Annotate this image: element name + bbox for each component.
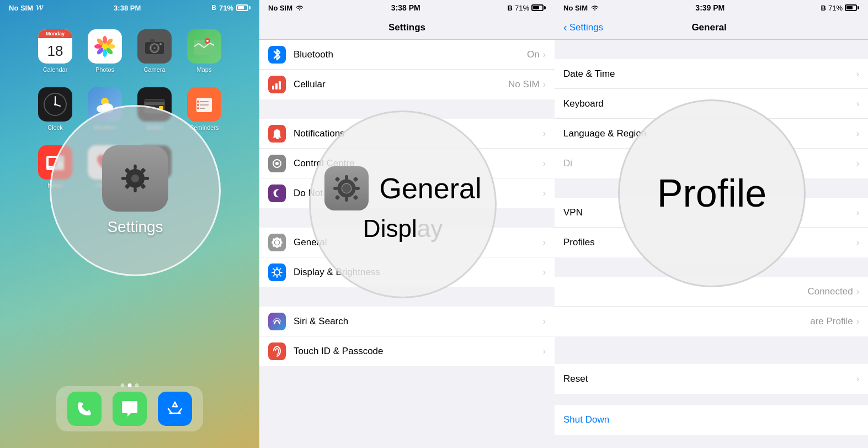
- svg-point-12: [153, 47, 156, 49]
- svg-point-79: [342, 184, 351, 193]
- reset-section2: Reset ›: [555, 364, 868, 394]
- home-dock: [56, 386, 203, 431]
- battery-icon-home: [236, 4, 251, 11]
- moon-icon: [271, 188, 283, 199]
- zoom-gear-svg: [333, 175, 360, 202]
- bluetooth-row[interactable]: Bluetooth On ›: [259, 40, 555, 70]
- settings-status-left: No SIM: [268, 4, 304, 12]
- svg-rect-47: [121, 177, 126, 180]
- svg-rect-82: [345, 197, 348, 202]
- back-chevron-icon: ‹: [563, 21, 567, 34]
- no-sim-label: No SIM: [9, 4, 33, 12]
- app-clock-label: Clock: [47, 124, 63, 131]
- svg-point-70: [274, 270, 280, 275]
- app-photos[interactable]: Photos: [80, 27, 130, 85]
- datetime-chevron: ›: [856, 69, 859, 79]
- general-panel: No SIM 3:39 PM B 71% ‹ Settings General: [555, 0, 868, 448]
- notifications-chevron: ›: [543, 129, 546, 139]
- cellular-label: Cellular: [294, 79, 508, 90]
- dock-messages[interactable]: [113, 392, 147, 426]
- touchid-row-icon: [268, 342, 286, 360]
- settings-status-right: B 71%: [508, 4, 546, 12]
- wifi-icon: [295, 4, 304, 11]
- svg-point-1: [103, 36, 107, 44]
- settings-large-icon: [102, 145, 168, 212]
- zoom-general-row: General: [324, 166, 482, 210]
- cellular-row-icon: [268, 76, 286, 93]
- app-maps-label: Maps: [197, 66, 212, 73]
- general-chevron: ›: [543, 238, 546, 247]
- app-maps[interactable]: Maps: [179, 27, 229, 85]
- cellular-row[interactable]: Cellular No SIM ›: [259, 70, 555, 99]
- controlcentre-chevron: ›: [543, 159, 546, 168]
- svg-point-59: [275, 162, 279, 165]
- svg-rect-26: [145, 102, 164, 105]
- gen-sep3: [555, 336, 868, 364]
- general-status-left: No SIM: [563, 4, 599, 12]
- status-right: B 71%: [211, 4, 251, 12]
- svg-point-54: [131, 175, 139, 182]
- svg-rect-45: [134, 165, 136, 170]
- svg-point-32: [197, 101, 199, 103]
- settings-battery-pct: 71%: [515, 4, 529, 12]
- shutdown-section: Shut Down: [555, 405, 868, 435]
- siri-row[interactable]: Siri & Search ›: [259, 307, 555, 336]
- svg-rect-85: [334, 177, 340, 182]
- svg-rect-55: [272, 86, 274, 89]
- software-profile-row[interactable]: are Profile ›: [555, 307, 868, 336]
- datetime-label: Date & Time: [563, 68, 856, 80]
- reset-row[interactable]: Reset ›: [555, 364, 868, 394]
- svg-rect-83: [333, 187, 338, 190]
- back-button[interactable]: ‹ Settings: [563, 21, 603, 34]
- home-time: 3:38 PM: [114, 4, 141, 12]
- siri-section: Siri & Search › Touch ID & Passcode ›: [259, 307, 555, 366]
- siri-chevron: ›: [543, 317, 546, 326]
- bluetooth-icon: [272, 49, 282, 61]
- control-centre-icon: [271, 158, 283, 169]
- svg-point-33: [197, 104, 199, 106]
- display-row-icon: [268, 263, 286, 281]
- app-calendar[interactable]: Monday 18 Calendar: [30, 27, 80, 85]
- touchid-row[interactable]: Touch ID & Passcode ›: [259, 336, 555, 366]
- home-screen: No SIM 𝓦 3:38 PM B 71% Monday 18 Calenda…: [0, 0, 259, 448]
- svg-point-5: [103, 49, 107, 57]
- settings-zoom-circle: Settings: [50, 105, 221, 276]
- svg-line-78: [273, 275, 275, 277]
- home-status-bar: No SIM 𝓦 3:38 PM B 71%: [0, 0, 259, 15]
- zoom-general-text: General: [380, 172, 482, 205]
- touchid-chevron: ›: [543, 346, 546, 356]
- settings-carrier: No SIM: [268, 4, 292, 12]
- dock-phone[interactable]: [67, 392, 102, 426]
- cellular-chevron: ›: [543, 80, 546, 89]
- app-camera[interactable]: Camera: [130, 27, 179, 85]
- svg-point-60: [275, 240, 279, 245]
- svg-rect-84: [355, 187, 360, 190]
- general-carrier: No SIM: [563, 4, 588, 12]
- svg-rect-64: [271, 241, 274, 243]
- settings-title: Settings: [388, 22, 425, 33]
- zoom-gear-icon: [324, 166, 369, 210]
- shutdown-label: Shut Down: [563, 414, 859, 425]
- gen-sep4: [555, 394, 868, 405]
- shutdown-row[interactable]: Shut Down: [555, 405, 868, 435]
- battery-icon-general: [845, 4, 859, 11]
- settings-time: 3:38 PM: [391, 3, 420, 12]
- zoom-display-row: Display: [363, 215, 443, 243]
- datetime-row[interactable]: Date & Time ›: [555, 59, 868, 89]
- fingerprint-icon: [271, 345, 283, 357]
- display-chevron: ›: [543, 267, 546, 277]
- controlcentre-icon: [268, 155, 286, 172]
- notifications-icon: [268, 125, 286, 143]
- dock-appstore[interactable]: [158, 392, 192, 426]
- battery-icon-settings: [531, 4, 546, 11]
- app-calendar-label: Calendar: [43, 66, 68, 73]
- dictionary-chevron: ›: [856, 159, 859, 168]
- settings-panel-zoom-circle: General Display: [309, 110, 497, 298]
- dnd-chevron: ›: [543, 188, 546, 198]
- svg-rect-56: [275, 83, 278, 89]
- svg-point-34: [197, 107, 199, 109]
- gear-icon-sm: [271, 236, 283, 249]
- profile-zoom-text: Profile: [657, 171, 766, 215]
- general-battery-pct: 71%: [828, 4, 843, 12]
- general-nav-bar: ‹ Settings General: [555, 15, 868, 40]
